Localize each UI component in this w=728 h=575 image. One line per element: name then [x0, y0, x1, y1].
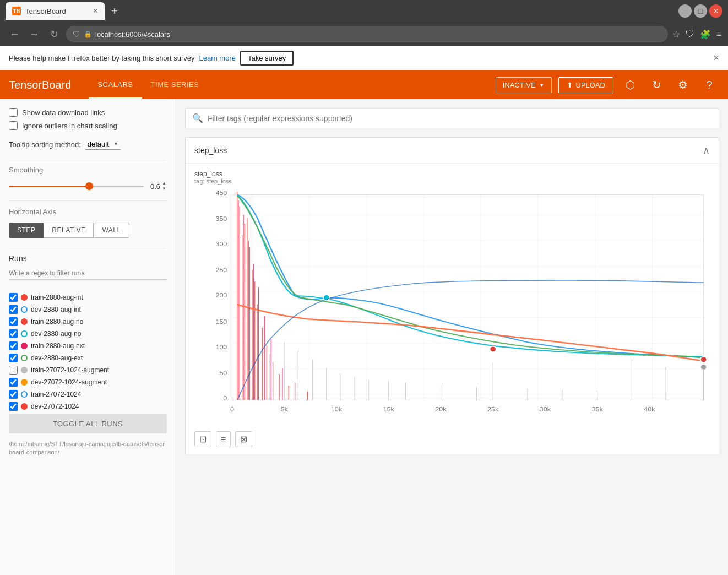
tooltip-select[interactable]: default — [85, 139, 121, 150]
menu-icon[interactable]: ≡ — [716, 29, 721, 39]
axis-section: Horizontal Axis STEP RELATIVE WALL — [9, 208, 167, 238]
close-tab-button[interactable]: × — [93, 6, 98, 16]
run-item-6[interactable]: train-27072-1024-augment — [9, 366, 167, 375]
divider-1 — [9, 159, 167, 159]
browser-frame: TB TensorBoard × + – □ × ← → ↻ 🛡 🔒 local… — [0, 0, 728, 575]
star-icon[interactable]: ☆ — [672, 29, 680, 40]
tb-main: Show data download links Ignore outliers… — [0, 99, 728, 575]
ignore-outliers-row[interactable]: Ignore outliers in chart scaling — [9, 121, 167, 130]
run-item-3[interactable]: dev-2880-aug-no — [9, 329, 167, 338]
refresh-button[interactable]: ↻ — [46, 26, 62, 42]
run-item-5[interactable]: dev-2880-aug-ext — [9, 354, 167, 362]
run-name-8: train-27072-1024 — [31, 390, 81, 398]
axis-relative-button[interactable]: RELATIVE — [44, 223, 94, 238]
axis-wall-button[interactable]: WALL — [94, 223, 129, 238]
run-name-9: dev-27072-1024 — [31, 403, 79, 410]
toggle-all-runs-button[interactable]: TOGGLE ALL RUNS — [9, 414, 167, 433]
close-window-button[interactable]: × — [709, 4, 722, 18]
chart-title: step_loss — [194, 146, 703, 155]
runs-title: Runs — [9, 254, 167, 263]
runs-list: train-2880-aug-int dev-2880-aug-int trai… — [9, 293, 167, 411]
filter-search-icon: 🔍 — [192, 113, 203, 123]
axis-label: Horizontal Axis — [9, 208, 167, 216]
step-loss-card: step_loss ∧ step_loss tag: step_loss — [185, 137, 719, 454]
run-checkbox-4[interactable] — [9, 341, 18, 350]
run-checkbox-3[interactable] — [9, 329, 18, 338]
smoothing-down-button[interactable]: ▼ — [161, 186, 167, 192]
smoothing-slider[interactable] — [9, 186, 144, 187]
inactive-dropdown[interactable]: INACTIVE ▼ — [496, 77, 552, 93]
run-checkbox-5[interactable] — [9, 354, 18, 362]
tb-header-right: INACTIVE ▼ ⬆ UPLOAD ⬡ ↻ ⚙ ? — [496, 75, 719, 95]
axis-step-button[interactable]: STEP — [9, 223, 44, 238]
filter-bar: 🔍 — [185, 108, 719, 128]
ignore-outliers-checkbox[interactable] — [9, 121, 18, 130]
nav-item-scalars[interactable]: SCALARS — [89, 72, 142, 99]
smoothing-section: Smoothing 0.6 ▲ ▼ — [9, 166, 167, 192]
help-icon-button[interactable]: ? — [699, 75, 719, 95]
take-survey-button[interactable]: Take survey — [240, 51, 294, 66]
svg-text:300: 300 — [215, 240, 227, 247]
svg-text:35k: 35k — [592, 406, 604, 413]
run-checkbox-2[interactable] — [9, 317, 18, 326]
learn-more-link[interactable]: Learn more — [199, 54, 235, 62]
run-item-7[interactable]: dev-27072-1024-augment — [9, 378, 167, 387]
browser-tab[interactable]: TB TensorBoard × — [6, 2, 105, 20]
show-download-links-label: Show data download links — [22, 109, 105, 117]
svg-text:350: 350 — [215, 215, 227, 222]
data-table-button[interactable]: ≡ — [216, 431, 231, 447]
run-item-1[interactable]: dev-2880-aug-int — [9, 305, 167, 314]
runs-filter-input[interactable] — [9, 267, 167, 280]
run-checkbox-1[interactable] — [9, 305, 18, 314]
back-button[interactable]: ← — [7, 26, 22, 42]
expand-chart-button[interactable]: ⊡ — [194, 431, 211, 447]
svg-text:50: 50 — [219, 370, 227, 377]
run-checkbox-8[interactable] — [9, 390, 18, 399]
tooltip-select-wrap[interactable]: default — [85, 139, 121, 150]
shield2-icon[interactable]: 🛡 — [686, 29, 694, 39]
runs-section: Runs — [9, 254, 167, 286]
minimize-button[interactable]: – — [678, 4, 692, 18]
url-text: localhost:6006/#scalars — [95, 30, 170, 39]
run-checkbox-6[interactable] — [9, 366, 18, 375]
run-checkbox-7[interactable] — [9, 378, 18, 387]
address-bar[interactable]: 🛡 🔒 localhost:6006/#scalars — [66, 26, 668, 42]
tb-content: 🔍 step_loss ∧ step_loss tag: step_loss — [176, 99, 728, 575]
chart-collapse-button[interactable]: ∧ — [703, 144, 710, 156]
notification-bar: Please help make Firefox better by takin… — [0, 46, 728, 70]
plugin-icon-button[interactable]: ⬡ — [620, 75, 640, 95]
run-item-9[interactable]: dev-27072-1024 — [9, 402, 167, 411]
svg-text:200: 200 — [215, 292, 227, 299]
show-download-links-row[interactable]: Show data download links — [9, 108, 167, 117]
run-color-8 — [21, 391, 28, 398]
settings-icon-button[interactable]: ⚙ — [673, 75, 693, 95]
run-item-8[interactable]: train-27072-1024 — [9, 390, 167, 399]
forward-button[interactable]: → — [26, 26, 42, 42]
filter-input[interactable] — [208, 114, 712, 123]
refresh-icon-button[interactable]: ↻ — [646, 75, 666, 95]
extensions-icon[interactable]: 🧩 — [700, 29, 711, 40]
new-tab-button[interactable]: + — [111, 5, 118, 18]
close-notification-button[interactable]: × — [713, 52, 719, 64]
run-item-4[interactable]: train-2880-aug-ext — [9, 341, 167, 350]
axis-buttons: STEP RELATIVE WALL — [9, 223, 167, 238]
tooltip-row: Tooltip sorting method: default — [9, 139, 167, 150]
smoothing-value: 0.6 ▲ ▼ — [150, 181, 167, 192]
tb-logo: TensorBoard — [9, 79, 71, 91]
nav-item-time-series[interactable]: TIME SERIES — [142, 72, 208, 99]
run-item-2[interactable]: train-2880-aug-no — [9, 317, 167, 326]
show-download-links-checkbox[interactable] — [9, 108, 18, 117]
run-item-0[interactable]: train-2880-aug-int — [9, 293, 167, 302]
svg-text:0: 0 — [230, 406, 234, 413]
run-color-4 — [21, 343, 28, 349]
smoothing-up-button[interactable]: ▲ — [161, 181, 167, 186]
run-checkbox-9[interactable] — [9, 402, 18, 411]
upload-button[interactable]: ⬆ UPLOAD — [558, 77, 613, 93]
chart-header: step_loss ∧ — [186, 138, 719, 164]
maximize-button[interactable]: □ — [694, 4, 707, 18]
run-color-1 — [21, 306, 28, 313]
run-checkbox-0[interactable] — [9, 293, 18, 302]
download-chart-button[interactable]: ⊠ — [235, 431, 252, 447]
run-color-2 — [21, 318, 28, 325]
svg-text:15k: 15k — [383, 406, 395, 413]
